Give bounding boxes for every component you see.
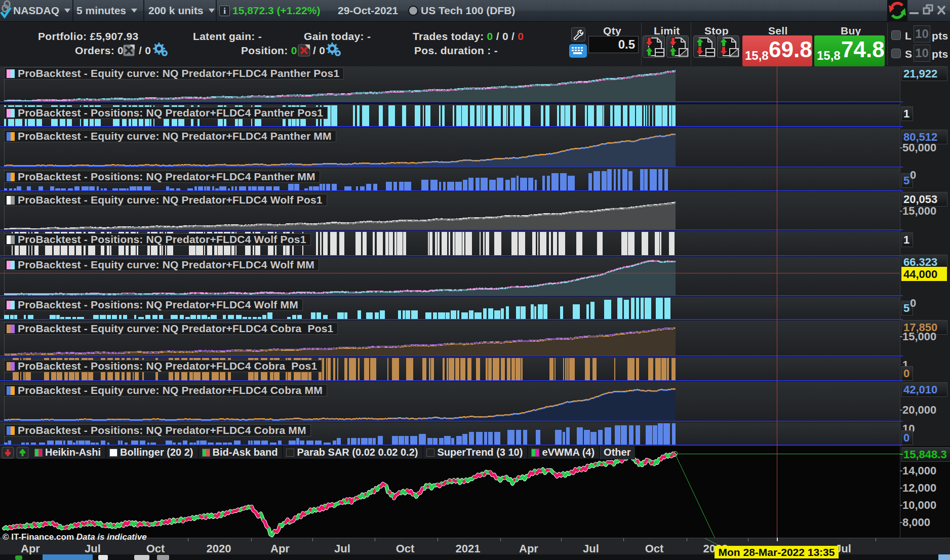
svg-text:0: 0 (910, 297, 916, 309)
svg-text:12,000: 12,000 (902, 482, 936, 494)
svg-text:15,000: 15,000 (902, 330, 936, 343)
svg-text:66.323: 66.323 (903, 256, 937, 268)
svg-text:21,922: 21,922 (903, 67, 937, 80)
svg-text:15,848.3: 15,848.3 (903, 448, 947, 461)
svg-text:8,000: 8,000 (902, 516, 930, 529)
svg-text:10,000: 10,000 (902, 499, 936, 511)
svg-text:42,010: 42,010 (903, 383, 937, 396)
svg-text:20,000: 20,000 (902, 404, 936, 416)
svg-text:1: 1 (903, 107, 909, 120)
svg-text:5: 5 (903, 174, 909, 187)
svg-text:0: 0 (903, 431, 909, 444)
svg-text:0: 0 (910, 169, 916, 181)
svg-text:44,000: 44,000 (903, 268, 937, 281)
svg-text:0: 0 (903, 367, 909, 380)
svg-text:14,000: 14,000 (902, 464, 936, 477)
svg-text:1: 1 (903, 233, 909, 246)
svg-text:15,000: 15,000 (902, 205, 936, 217)
svg-text:5: 5 (903, 302, 909, 314)
svg-text:20,053: 20,053 (903, 193, 937, 206)
svg-text:50,000: 50,000 (902, 141, 936, 154)
